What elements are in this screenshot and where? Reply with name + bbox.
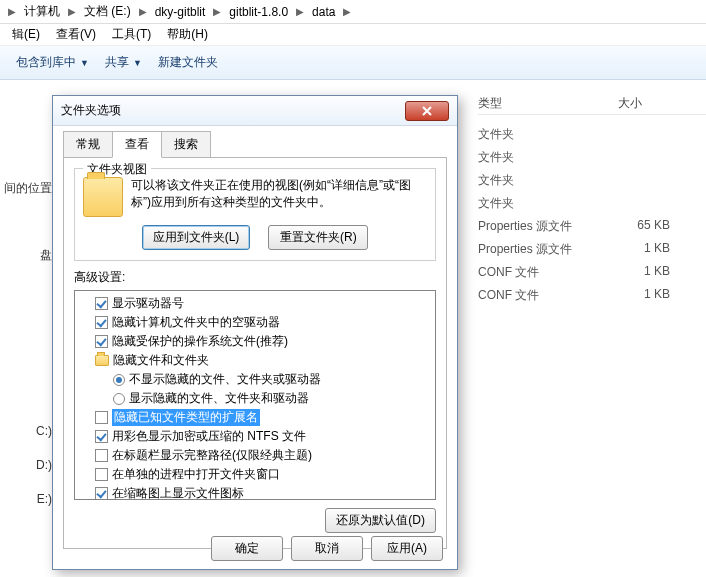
cell-type: 文件夹 <box>478 126 618 143</box>
cell-size <box>618 172 678 189</box>
tree-item[interactable]: 在标题栏显示完整路径(仅限经典主题) <box>77 446 433 465</box>
tree-item[interactable]: 在单独的进程中打开文件夹窗口 <box>77 465 433 484</box>
radio-icon[interactable] <box>113 393 125 405</box>
cell-type: CONF 文件 <box>478 287 618 304</box>
breadcrumb-item[interactable]: 文档 (E:) <box>80 1 135 22</box>
tree-label: 隐藏计算机文件夹中的空驱动器 <box>112 314 280 331</box>
checkbox-icon[interactable] <box>95 487 108 500</box>
checkbox-icon[interactable] <box>95 449 108 462</box>
menubar: 辑(E) 查看(V) 工具(T) 帮助(H) <box>0 24 706 46</box>
chevron-right-icon: ▶ <box>139 6 147 17</box>
menu-edit[interactable]: 辑(E) <box>4 24 48 45</box>
sidebar-item[interactable]: 间的位置 <box>0 170 52 207</box>
cancel-button[interactable]: 取消 <box>291 536 363 561</box>
checkbox-icon[interactable] <box>95 411 108 424</box>
tree-label: 显示隐藏的文件、文件夹和驱动器 <box>129 390 309 407</box>
chevron-right-icon: ▶ <box>68 6 76 17</box>
checkbox-icon[interactable] <box>95 316 108 329</box>
apply-to-folders-button[interactable]: 应用到文件夹(L) <box>142 225 251 250</box>
cell-size <box>618 126 678 143</box>
dialog-buttons: 确定 取消 应用(A) <box>211 536 443 561</box>
nav-sidebar: 间的位置 盘 C:) D:) E:) <box>0 170 52 516</box>
menu-help[interactable]: 帮助(H) <box>159 24 216 45</box>
checkbox-icon[interactable] <box>95 335 108 348</box>
sidebar-item[interactable]: C:) <box>0 414 52 448</box>
radio-icon[interactable] <box>113 374 125 386</box>
table-row[interactable]: 文件夹 <box>478 169 706 192</box>
folder-icon <box>83 177 123 217</box>
table-row[interactable]: CONF 文件1 KB <box>478 261 706 284</box>
ok-button[interactable]: 确定 <box>211 536 283 561</box>
table-row[interactable]: 文件夹 <box>478 146 706 169</box>
breadcrumb-item[interactable]: gitblit-1.8.0 <box>225 3 292 21</box>
tree-label: 不显示隐藏的文件、文件夹或驱动器 <box>129 371 321 388</box>
tree-item[interactable]: 隐藏计算机文件夹中的空驱动器 <box>77 313 433 332</box>
tree-item[interactable]: 显示隐藏的文件、文件夹和驱动器 <box>77 389 433 408</box>
breadcrumb-item[interactable]: 计算机 <box>20 1 64 22</box>
table-row[interactable]: Properties 源文件1 KB <box>478 238 706 261</box>
tree-label: 显示驱动器号 <box>112 295 184 312</box>
table-row[interactable]: 文件夹 <box>478 192 706 215</box>
tab-search[interactable]: 搜索 <box>161 131 211 158</box>
cell-type: 文件夹 <box>478 149 618 166</box>
table-row[interactable]: Properties 源文件65 KB <box>478 215 706 238</box>
apply-button[interactable]: 应用(A) <box>371 536 443 561</box>
advanced-settings-tree[interactable]: 显示驱动器号 隐藏计算机文件夹中的空驱动器 隐藏受保护的操作系统文件(推荐) 隐… <box>74 290 436 500</box>
table-row[interactable]: CONF 文件1 KB <box>478 284 706 307</box>
tree-item[interactable]: 隐藏受保护的操作系统文件(推荐) <box>77 332 433 351</box>
sidebar-item[interactable]: E:) <box>0 482 52 516</box>
cell-size: 1 KB <box>618 241 678 258</box>
column-headers[interactable]: 类型 大小 <box>478 95 706 115</box>
share-button[interactable]: 共享▼ <box>97 50 150 75</box>
tree-label: 在缩略图上显示文件图标 <box>112 485 244 500</box>
cell-size: 65 KB <box>618 218 678 235</box>
cell-type: Properties 源文件 <box>478 241 618 258</box>
tree-item[interactable]: 在缩略图上显示文件图标 <box>77 484 433 500</box>
restore-defaults-button[interactable]: 还原为默认值(D) <box>325 508 436 533</box>
reset-folders-button[interactable]: 重置文件夹(R) <box>268 225 368 250</box>
menu-view[interactable]: 查看(V) <box>48 24 104 45</box>
folder-view-description: 可以将该文件夹正在使用的视图(例如“详细信息”或“图标”)应用到所有这种类型的文… <box>131 177 427 217</box>
folder-view-group: 文件夹视图 可以将该文件夹正在使用的视图(例如“详细信息”或“图标”)应用到所有… <box>74 168 436 261</box>
toolbar: 包含到库中▼ 共享▼ 新建文件夹 <box>0 46 706 80</box>
chevron-down-icon: ▼ <box>80 58 89 68</box>
tabs: 常规 查看 搜索 <box>63 131 447 158</box>
column-size[interactable]: 大小 <box>618 95 678 112</box>
breadcrumb-item[interactable]: dky-gitblit <box>151 3 210 21</box>
cell-type: CONF 文件 <box>478 264 618 281</box>
tree-label: 用彩色显示加密或压缩的 NTFS 文件 <box>112 428 306 445</box>
column-type[interactable]: 类型 <box>478 95 618 112</box>
table-row[interactable]: 文件夹 <box>478 123 706 146</box>
tree-item[interactable]: 用彩色显示加密或压缩的 NTFS 文件 <box>77 427 433 446</box>
menu-tools[interactable]: 工具(T) <box>104 24 159 45</box>
close-icon <box>421 105 433 117</box>
tab-view[interactable]: 查看 <box>112 131 162 158</box>
tree-label: 隐藏已知文件类型的扩展名 <box>112 409 260 426</box>
checkbox-icon[interactable] <box>95 430 108 443</box>
chevron-right-icon: ▶ <box>343 6 351 17</box>
chevron-right-icon: ▶ <box>296 6 304 17</box>
folder-icon <box>95 355 109 366</box>
dialog-titlebar[interactable]: 文件夹选项 <box>53 96 457 126</box>
include-in-library-button[interactable]: 包含到库中▼ <box>8 50 97 75</box>
close-button[interactable] <box>405 101 449 121</box>
breadcrumb[interactable]: ▶ 计算机 ▶ 文档 (E:) ▶ dky-gitblit ▶ gitblit-… <box>0 0 706 24</box>
sidebar-item[interactable]: D:) <box>0 448 52 482</box>
tree-label: 隐藏受保护的操作系统文件(推荐) <box>112 333 288 350</box>
tree-item-selected[interactable]: 隐藏已知文件类型的扩展名 <box>77 408 433 427</box>
tree-item[interactable]: 不显示隐藏的文件、文件夹或驱动器 <box>77 370 433 389</box>
new-folder-button[interactable]: 新建文件夹 <box>150 50 226 75</box>
checkbox-icon[interactable] <box>95 297 108 310</box>
breadcrumb-item[interactable]: data <box>308 3 339 21</box>
file-list: 类型 大小 文件夹 文件夹 文件夹 文件夹 Properties 源文件65 K… <box>478 95 706 307</box>
tree-item[interactable]: 显示驱动器号 <box>77 294 433 313</box>
tab-general[interactable]: 常规 <box>63 131 113 158</box>
cell-type: Properties 源文件 <box>478 218 618 235</box>
checkbox-icon[interactable] <box>95 468 108 481</box>
sidebar-item[interactable]: 盘 <box>0 237 52 274</box>
cell-type: 文件夹 <box>478 195 618 212</box>
cell-size <box>618 149 678 166</box>
tree-item[interactable]: 隐藏文件和文件夹 <box>77 351 433 370</box>
dialog-title: 文件夹选项 <box>61 102 405 119</box>
share-label: 共享 <box>105 54 129 71</box>
